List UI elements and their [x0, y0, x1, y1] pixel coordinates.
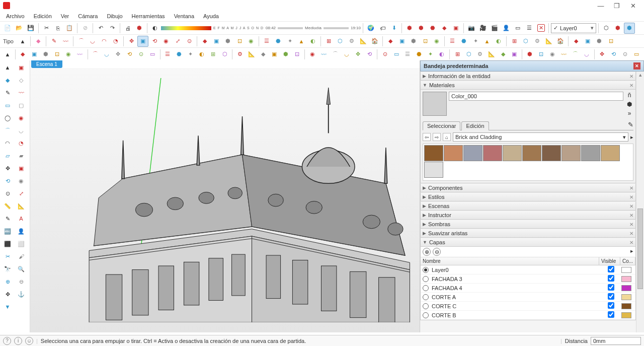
lt-35-icon[interactable]: ⊖: [15, 275, 28, 288]
lt-27-icon[interactable]: 👤: [15, 225, 28, 237]
layer-radio[interactable]: [423, 312, 429, 318]
lt-19-icon[interactable]: ◉: [15, 175, 28, 187]
plugin-24-icon[interactable]: ◐: [493, 36, 504, 47]
menu-dibujo[interactable]: Dibujo: [103, 12, 126, 20]
tool3-32-icon[interactable]: ☰: [403, 49, 414, 60]
cut-icon[interactable]: ✂: [41, 23, 52, 34]
plugin-29-icon[interactable]: 🏠: [555, 36, 566, 47]
nav2-icon[interactable]: ⬢: [612, 23, 623, 34]
plugin-11-icon[interactable]: ⬡: [335, 36, 346, 47]
add-layer-icon[interactable]: ⊕: [423, 248, 431, 256]
layer-visible-checkbox[interactable]: [600, 266, 621, 273]
panel-materials[interactable]: ▼Materiales✕: [420, 81, 636, 90]
lt-33-icon[interactable]: 🔍: [15, 263, 28, 275]
menu-ver[interactable]: Ver: [57, 12, 73, 20]
lt-9-icon[interactable]: ◉: [15, 112, 28, 124]
offset-icon[interactable]: ⊙: [184, 36, 195, 47]
plugin-31-icon[interactable]: ▣: [582, 36, 593, 47]
undo-icon[interactable]: ↶: [95, 23, 106, 34]
plugin-26-icon[interactable]: ⬡: [520, 36, 531, 47]
shadow-toggle-icon[interactable]: ◐: [149, 23, 160, 34]
lt-10-icon[interactable]: ⌒: [1, 124, 14, 136]
viewport-3d[interactable]: [30, 68, 420, 332]
scene-tab[interactable]: Escena 1: [31, 60, 62, 68]
plugin-18-icon[interactable]: ⊡: [420, 36, 431, 47]
tool3-18-icon[interactable]: ⚙: [234, 49, 246, 60]
help-icon[interactable]: ?: [3, 337, 11, 345]
lt-6-icon[interactable]: ▭: [1, 99, 14, 111]
info-icon[interactable]: i: [14, 337, 22, 345]
tool3-51-icon[interactable]: ▭: [631, 49, 642, 60]
tool3-45-icon[interactable]: 〰: [558, 49, 570, 60]
plugin-22-icon[interactable]: ✦: [470, 36, 481, 47]
tool3-40-icon[interactable]: ◆: [498, 49, 509, 60]
lt-38-icon[interactable]: ▼: [1, 301, 14, 313]
plugin-30-icon[interactable]: ◆: [571, 36, 582, 47]
layer-color-swatch[interactable]: [621, 312, 631, 318]
plugin-5-icon[interactable]: ☰: [261, 36, 272, 47]
lt-15-icon[interactable]: ▰: [15, 150, 28, 162]
lt-34-icon[interactable]: ⊕: [1, 275, 14, 288]
lt-37-icon[interactable]: ⚓: [15, 288, 28, 300]
menu-archivo[interactable]: Archivo: [2, 12, 29, 20]
tool3-39-icon[interactable]: 📐: [486, 49, 497, 60]
plugin-8-icon[interactable]: ▲: [296, 36, 307, 47]
arc-icon[interactable]: ⌒: [75, 36, 87, 47]
swatch-4[interactable]: [503, 145, 522, 161]
tool3-43-icon[interactable]: ⊡: [536, 49, 547, 60]
tool3-15-icon[interactable]: ◐: [196, 49, 207, 60]
nav3-icon[interactable]: ⬢: [624, 23, 635, 34]
plugin-0-icon[interactable]: ◆: [199, 36, 210, 47]
layer-visible-checkbox[interactable]: [600, 311, 621, 319]
lt-4-icon[interactable]: ✎: [1, 87, 14, 99]
plugin-28-icon[interactable]: 📐: [543, 36, 554, 47]
layer-radio[interactable]: [423, 267, 429, 273]
plugin-15-icon[interactable]: ◆: [385, 36, 396, 47]
tool3-17-icon[interactable]: ⬡: [219, 49, 230, 60]
pie-icon[interactable]: ◔: [110, 36, 121, 47]
tool3-47-icon[interactable]: ◡: [581, 49, 592, 60]
layer-radio[interactable]: [423, 294, 429, 300]
tool3-2-icon[interactable]: ⬢: [40, 49, 51, 60]
layer-radio[interactable]: [423, 276, 429, 282]
cancel-icon[interactable]: ✕: [535, 23, 546, 34]
select-icon[interactable]: ▲: [17, 36, 28, 47]
tool3-50-icon[interactable]: ⊙: [619, 49, 630, 60]
lt-28-icon[interactable]: ⬛: [1, 238, 14, 250]
tool3-14-icon[interactable]: ✦: [185, 49, 196, 60]
eyedropper-icon[interactable]: ✎: [628, 121, 633, 130]
maximize-button[interactable]: ❐: [609, 0, 625, 11]
panel-shadows[interactable]: ▶Sombras✕: [420, 220, 636, 229]
tab-select[interactable]: Seleccionar: [423, 121, 460, 130]
panel-soften[interactable]: ▶Suavizar aristas✕: [420, 229, 636, 238]
swatch-9[interactable]: [601, 145, 620, 161]
layer-color-swatch[interactable]: [621, 267, 631, 273]
plugin-17-icon[interactable]: ⬢: [408, 36, 419, 47]
panel-instructor[interactable]: ▶Instructor✕: [420, 211, 636, 220]
lt-16-icon[interactable]: ✥: [1, 162, 14, 174]
cat-back-icon[interactable]: ⇦: [423, 133, 431, 141]
lt-8-icon[interactable]: ◯: [1, 112, 14, 124]
plugin-3-icon[interactable]: ⊡: [234, 36, 245, 47]
plugin-19-icon[interactable]: ◉: [431, 36, 442, 47]
tool3-27-icon[interactable]: ◡: [341, 49, 352, 60]
plugin-21-icon[interactable]: ⬣: [458, 36, 469, 47]
tool3-44-icon[interactable]: ◉: [547, 49, 558, 60]
lt-2-icon[interactable]: ◆: [1, 74, 14, 86]
ext3-icon[interactable]: ▣: [450, 23, 461, 34]
tag-icon[interactable]: 🏷: [377, 23, 388, 34]
panel-entity-info[interactable]: ▶Información de la entidad✕: [420, 72, 636, 81]
plugin-6-icon[interactable]: ⬣: [273, 36, 284, 47]
model-icon[interactable]: ⬢: [134, 23, 145, 34]
swatch-6[interactable]: [542, 145, 561, 161]
tool3-10-icon[interactable]: ⊙: [135, 49, 146, 60]
layer-radio[interactable]: [423, 303, 429, 309]
pushpull-icon[interactable]: ▣: [137, 36, 148, 47]
swatch-5[interactable]: [522, 145, 541, 161]
lt-11-icon[interactable]: ◡: [15, 124, 28, 136]
cat-fwd-icon[interactable]: ⇨: [433, 133, 441, 141]
sample-material-icon[interactable]: ⬢: [625, 101, 633, 109]
menu-ayuda[interactable]: Ayuda: [199, 12, 223, 20]
distance-input[interactable]: 0mm: [591, 337, 641, 345]
lt-30-icon[interactable]: ✂: [1, 250, 14, 262]
